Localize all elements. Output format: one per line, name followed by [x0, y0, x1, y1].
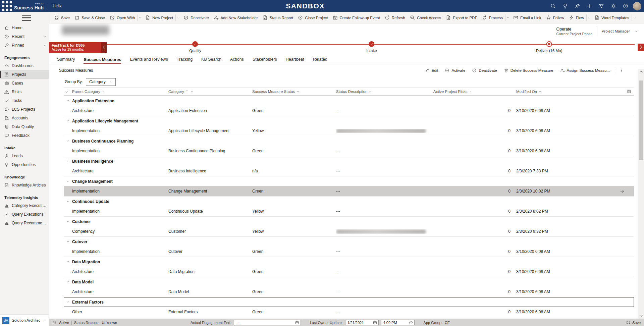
column-header-status-description[interactable]: Status Description: [336, 90, 433, 94]
create-follow-up-event-button[interactable]: Create Follow-up Event: [330, 13, 382, 22]
column-header-parent-category[interactable]: Parent Category: [72, 90, 168, 94]
column-header-category[interactable]: Category: [168, 90, 252, 94]
column-header-active-project-risks[interactable]: Active Project Risks: [433, 90, 511, 94]
word-templates-dropdown-chevron-down-icon[interactable]: [632, 14, 637, 21]
clock-icon[interactable]: [409, 321, 413, 325]
app-switcher[interactable]: PROD Success Hub: [14, 2, 44, 10]
group-header-data-model[interactable]: Data Model: [64, 277, 634, 287]
sidebar-footer[interactable]: SA Solution Architect: [0, 314, 49, 326]
tab-success-measures[interactable]: Success Measures: [84, 57, 121, 64]
column-header-success-measure-status[interactable]: Success Measure Status: [252, 90, 336, 94]
group-header-customer[interactable]: Customer: [64, 216, 634, 226]
email-a-link-button[interactable]: Email a Link: [511, 13, 544, 22]
footer-save[interactable]: Save: [626, 320, 641, 325]
edit-button[interactable]: Edit: [422, 66, 441, 75]
lightbulb-icon[interactable]: [560, 2, 570, 11]
table-row-continuous-update[interactable]: ImplementationContinuous UpdateYellow---…: [64, 206, 634, 216]
sidebar-item-cases[interactable]: Cases: [0, 79, 49, 88]
engagement-end-field[interactable]: ----: [234, 320, 301, 325]
group-header-cutover[interactable]: Cutover: [64, 236, 634, 247]
save-close-button[interactable]: Save & Close: [72, 13, 107, 22]
sidebar-item-risks[interactable]: Risks: [0, 88, 49, 96]
app-launcher-waffle-icon[interactable]: [0, 0, 14, 12]
sidebar-item-pinned[interactable]: Pinned: [0, 41, 49, 50]
plus-icon[interactable]: [585, 2, 594, 11]
table-row-change-management[interactable]: ImplementationChange ManagementGreen---0…: [64, 186, 634, 196]
sidebar-item-projects[interactable]: Projects: [0, 70, 49, 79]
group-header-application-lifecycle-management[interactable]: Application Lifecycle Management: [64, 116, 634, 126]
pin-icon[interactable]: [573, 2, 582, 11]
tab-events-and-reviews[interactable]: Events and Reviews: [130, 57, 168, 64]
chevron-up-icon[interactable]: [43, 319, 46, 322]
save-icon[interactable]: [627, 89, 631, 94]
calendar-icon[interactable]: [373, 321, 377, 325]
flow-dropdown-chevron-down-icon[interactable]: [586, 14, 592, 21]
group-header-data-migration[interactable]: Data Migration: [64, 257, 634, 267]
scroll-up-icon[interactable]: [638, 69, 644, 74]
table-row-business-continuance-planning[interactable]: ImplementationBusiness Continuance Plann…: [64, 146, 634, 156]
sidebar-item-category-executions[interactable]: Category Executions: [0, 201, 49, 210]
tab-kb-search[interactable]: KB Search: [201, 57, 221, 64]
tab-related[interactable]: Related: [313, 57, 327, 64]
open-record-arrow-right-icon[interactable]: [620, 189, 625, 194]
sidebar-item-tasks[interactable]: Tasks: [0, 96, 49, 105]
new-project-dropdown-chevron-down-icon[interactable]: [175, 14, 181, 21]
gear-icon[interactable]: [609, 2, 618, 11]
table-row-cutover[interactable]: ImplementationCutoverGreen---03/10/2020 …: [64, 247, 634, 257]
chevron-down-icon[interactable]: [634, 29, 639, 34]
group-header-business-intelligence[interactable]: Business Intelligence: [64, 156, 634, 166]
sitemap-collapse-hamburger-icon[interactable]: [0, 12, 49, 23]
sidebar-item-home[interactable]: Home: [0, 23, 49, 32]
table-row-application-extension[interactable]: ArchitectureApplication ExtensionGreen--…: [64, 106, 634, 116]
add-new-stakeholder-button[interactable]: Add New Stakeholder: [211, 13, 260, 22]
check-access-button[interactable]: Check Access: [408, 13, 443, 22]
vertical-scrollbar[interactable]: [638, 69, 644, 319]
sidebar-item-query-executions[interactable]: Query Executions: [0, 210, 49, 219]
sidebar-item-knowledge-articles[interactable]: Knowledge Articles: [0, 181, 49, 189]
stage-current-dot[interactable]: [546, 41, 552, 47]
sidebar-item-opportunities[interactable]: Opportunities: [0, 160, 49, 169]
sidebar-item-data-quality[interactable]: Data Quality: [0, 122, 49, 131]
table-row-external-factors[interactable]: OtherExternal FactorsGreen---03/10/2020 …: [64, 307, 634, 317]
filter-icon[interactable]: [597, 2, 606, 11]
new-project-button[interactable]: New Project: [143, 13, 175, 22]
word-templates-button[interactable]: WWord Templates: [592, 13, 632, 22]
table-row-data-model[interactable]: ArchitectureData ModelGreen---03/10/2020…: [64, 287, 634, 297]
sidebar-item-lcs-projects[interactable]: LCS Projects: [0, 105, 49, 114]
follow-button[interactable]: Follow: [544, 13, 567, 22]
last-update-time-field[interactable]: 4:09 PM: [381, 320, 415, 325]
group-header-business-continuance-planning[interactable]: Business Continuance Planning: [64, 136, 634, 146]
fasttrack-banner[interactable]: FastTrack for D365 Active for 19 months: [49, 42, 101, 53]
sidebar-item-query-recommendat[interactable]: Query Recommendat...: [0, 219, 49, 227]
more-commands-ellipsis-icon[interactable]: [617, 66, 625, 75]
user-avatar[interactable]: [633, 2, 641, 10]
banner-collapse-chevron-left-icon[interactable]: [101, 42, 107, 53]
scroll-down-icon[interactable]: [638, 313, 644, 319]
assign-success-measu-button[interactable]: Assign Success Measu...: [557, 66, 613, 75]
activate-button[interactable]: Activate: [442, 66, 468, 75]
sidebar-item-recent[interactable]: Recent: [0, 32, 49, 41]
scrollbar-thumb[interactable]: [639, 80, 643, 160]
table-row-business-intelligence[interactable]: ArchitectureBusiness Intelligencen/a---0…: [64, 166, 634, 176]
deactivate-button[interactable]: Deactivate: [469, 66, 500, 75]
tab-tracking[interactable]: Tracking: [177, 57, 193, 64]
tab-summary[interactable]: Summary: [57, 57, 75, 64]
group-header-application-extension[interactable]: Application Extension: [64, 96, 634, 106]
workspace-label[interactable]: Helix: [53, 4, 62, 8]
open-with-dropdown-chevron-down-icon[interactable]: [137, 14, 143, 21]
last-update-date-field[interactable]: 1/21/2021: [345, 320, 379, 325]
table-row-customer[interactable]: CompetencyCustomerYellow02/3/2020 9:32 P…: [64, 226, 634, 236]
stage-check-icon[interactable]: [369, 41, 374, 47]
close-project-button[interactable]: Close Project: [296, 13, 330, 22]
bpf-next-stage-chevron-right-icon[interactable]: [638, 44, 644, 51]
table-row-data-migration[interactable]: ArchitectureData MigrationGreen---03/10/…: [64, 267, 634, 277]
select-all-column-check-icon[interactable]: [64, 90, 72, 94]
sidebar-item-accounts[interactable]: Accounts: [0, 114, 49, 122]
sidebar-item-feedback[interactable]: Feedback: [0, 131, 49, 140]
sidebar-item-dashboards[interactable]: Dashboards: [0, 61, 49, 70]
group-header-continuous-update[interactable]: Continuous Update: [64, 196, 634, 206]
bpf-stage-intake[interactable]: Intake: [366, 41, 377, 53]
refresh-button[interactable]: Refresh: [382, 13, 408, 22]
tab-heartbeat[interactable]: Heartbeat: [286, 57, 304, 64]
process-button[interactable]: Process: [479, 13, 505, 22]
